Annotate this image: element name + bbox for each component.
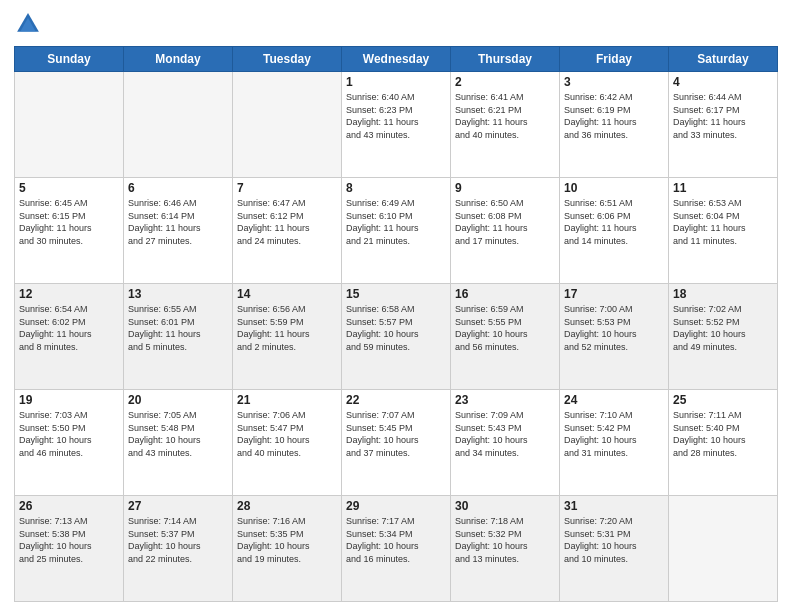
- calendar-cell: [669, 496, 778, 602]
- calendar-cell: 31Sunrise: 7:20 AM Sunset: 5:31 PM Dayli…: [560, 496, 669, 602]
- calendar-cell: 18Sunrise: 7:02 AM Sunset: 5:52 PM Dayli…: [669, 284, 778, 390]
- page-container: SundayMondayTuesdayWednesdayThursdayFrid…: [0, 0, 792, 612]
- day-number: 22: [346, 393, 446, 407]
- day-info: Sunrise: 6:53 AM Sunset: 6:04 PM Dayligh…: [673, 197, 773, 247]
- day-number: 6: [128, 181, 228, 195]
- day-info: Sunrise: 6:42 AM Sunset: 6:19 PM Dayligh…: [564, 91, 664, 141]
- day-info: Sunrise: 7:00 AM Sunset: 5:53 PM Dayligh…: [564, 303, 664, 353]
- day-number: 25: [673, 393, 773, 407]
- day-info: Sunrise: 7:06 AM Sunset: 5:47 PM Dayligh…: [237, 409, 337, 459]
- day-info: Sunrise: 7:09 AM Sunset: 5:43 PM Dayligh…: [455, 409, 555, 459]
- calendar-cell: [233, 72, 342, 178]
- day-number: 14: [237, 287, 337, 301]
- day-info: Sunrise: 6:45 AM Sunset: 6:15 PM Dayligh…: [19, 197, 119, 247]
- week-row-1: 1Sunrise: 6:40 AM Sunset: 6:23 PM Daylig…: [15, 72, 778, 178]
- calendar-cell: 19Sunrise: 7:03 AM Sunset: 5:50 PM Dayli…: [15, 390, 124, 496]
- day-info: Sunrise: 7:11 AM Sunset: 5:40 PM Dayligh…: [673, 409, 773, 459]
- calendar-cell: 12Sunrise: 6:54 AM Sunset: 6:02 PM Dayli…: [15, 284, 124, 390]
- day-number: 23: [455, 393, 555, 407]
- day-number: 9: [455, 181, 555, 195]
- calendar-cell: 7Sunrise: 6:47 AM Sunset: 6:12 PM Daylig…: [233, 178, 342, 284]
- day-number: 19: [19, 393, 119, 407]
- weekday-friday: Friday: [560, 47, 669, 72]
- calendar-cell: 28Sunrise: 7:16 AM Sunset: 5:35 PM Dayli…: [233, 496, 342, 602]
- calendar-cell: 13Sunrise: 6:55 AM Sunset: 6:01 PM Dayli…: [124, 284, 233, 390]
- calendar-cell: 6Sunrise: 6:46 AM Sunset: 6:14 PM Daylig…: [124, 178, 233, 284]
- day-info: Sunrise: 7:17 AM Sunset: 5:34 PM Dayligh…: [346, 515, 446, 565]
- day-number: 5: [19, 181, 119, 195]
- day-number: 13: [128, 287, 228, 301]
- weekday-monday: Monday: [124, 47, 233, 72]
- week-row-5: 26Sunrise: 7:13 AM Sunset: 5:38 PM Dayli…: [15, 496, 778, 602]
- calendar-cell: 10Sunrise: 6:51 AM Sunset: 6:06 PM Dayli…: [560, 178, 669, 284]
- day-number: 3: [564, 75, 664, 89]
- day-info: Sunrise: 6:49 AM Sunset: 6:10 PM Dayligh…: [346, 197, 446, 247]
- weekday-thursday: Thursday: [451, 47, 560, 72]
- day-info: Sunrise: 6:58 AM Sunset: 5:57 PM Dayligh…: [346, 303, 446, 353]
- weekday-tuesday: Tuesday: [233, 47, 342, 72]
- day-info: Sunrise: 7:07 AM Sunset: 5:45 PM Dayligh…: [346, 409, 446, 459]
- day-info: Sunrise: 7:10 AM Sunset: 5:42 PM Dayligh…: [564, 409, 664, 459]
- day-number: 4: [673, 75, 773, 89]
- day-info: Sunrise: 7:14 AM Sunset: 5:37 PM Dayligh…: [128, 515, 228, 565]
- calendar-cell: 21Sunrise: 7:06 AM Sunset: 5:47 PM Dayli…: [233, 390, 342, 496]
- day-number: 11: [673, 181, 773, 195]
- calendar-header: SundayMondayTuesdayWednesdayThursdayFrid…: [15, 47, 778, 72]
- calendar-cell: 30Sunrise: 7:18 AM Sunset: 5:32 PM Dayli…: [451, 496, 560, 602]
- day-info: Sunrise: 6:46 AM Sunset: 6:14 PM Dayligh…: [128, 197, 228, 247]
- day-info: Sunrise: 6:47 AM Sunset: 6:12 PM Dayligh…: [237, 197, 337, 247]
- calendar-cell: 22Sunrise: 7:07 AM Sunset: 5:45 PM Dayli…: [342, 390, 451, 496]
- calendar-cell: 20Sunrise: 7:05 AM Sunset: 5:48 PM Dayli…: [124, 390, 233, 496]
- day-info: Sunrise: 6:54 AM Sunset: 6:02 PM Dayligh…: [19, 303, 119, 353]
- week-row-3: 12Sunrise: 6:54 AM Sunset: 6:02 PM Dayli…: [15, 284, 778, 390]
- day-number: 17: [564, 287, 664, 301]
- day-number: 1: [346, 75, 446, 89]
- day-number: 10: [564, 181, 664, 195]
- day-number: 24: [564, 393, 664, 407]
- day-number: 27: [128, 499, 228, 513]
- weekday-header-row: SundayMondayTuesdayWednesdayThursdayFrid…: [15, 47, 778, 72]
- day-number: 31: [564, 499, 664, 513]
- calendar-cell: 2Sunrise: 6:41 AM Sunset: 6:21 PM Daylig…: [451, 72, 560, 178]
- calendar-cell: 26Sunrise: 7:13 AM Sunset: 5:38 PM Dayli…: [15, 496, 124, 602]
- day-number: 18: [673, 287, 773, 301]
- day-info: Sunrise: 6:50 AM Sunset: 6:08 PM Dayligh…: [455, 197, 555, 247]
- day-number: 20: [128, 393, 228, 407]
- day-number: 2: [455, 75, 555, 89]
- day-info: Sunrise: 7:02 AM Sunset: 5:52 PM Dayligh…: [673, 303, 773, 353]
- calendar-cell: 29Sunrise: 7:17 AM Sunset: 5:34 PM Dayli…: [342, 496, 451, 602]
- calendar-cell: 3Sunrise: 6:42 AM Sunset: 6:19 PM Daylig…: [560, 72, 669, 178]
- day-info: Sunrise: 6:51 AM Sunset: 6:06 PM Dayligh…: [564, 197, 664, 247]
- day-number: 15: [346, 287, 446, 301]
- day-number: 30: [455, 499, 555, 513]
- calendar-body: 1Sunrise: 6:40 AM Sunset: 6:23 PM Daylig…: [15, 72, 778, 602]
- calendar-cell: 11Sunrise: 6:53 AM Sunset: 6:04 PM Dayli…: [669, 178, 778, 284]
- calendar-cell: 27Sunrise: 7:14 AM Sunset: 5:37 PM Dayli…: [124, 496, 233, 602]
- day-number: 16: [455, 287, 555, 301]
- day-info: Sunrise: 7:16 AM Sunset: 5:35 PM Dayligh…: [237, 515, 337, 565]
- calendar-cell: 25Sunrise: 7:11 AM Sunset: 5:40 PM Dayli…: [669, 390, 778, 496]
- calendar-cell: [15, 72, 124, 178]
- day-number: 28: [237, 499, 337, 513]
- weekday-wednesday: Wednesday: [342, 47, 451, 72]
- day-number: 7: [237, 181, 337, 195]
- logo: [14, 10, 46, 38]
- day-info: Sunrise: 6:41 AM Sunset: 6:21 PM Dayligh…: [455, 91, 555, 141]
- weekday-sunday: Sunday: [15, 47, 124, 72]
- calendar-cell: 8Sunrise: 6:49 AM Sunset: 6:10 PM Daylig…: [342, 178, 451, 284]
- weekday-saturday: Saturday: [669, 47, 778, 72]
- day-info: Sunrise: 6:40 AM Sunset: 6:23 PM Dayligh…: [346, 91, 446, 141]
- calendar-cell: 15Sunrise: 6:58 AM Sunset: 5:57 PM Dayli…: [342, 284, 451, 390]
- day-info: Sunrise: 6:56 AM Sunset: 5:59 PM Dayligh…: [237, 303, 337, 353]
- day-number: 29: [346, 499, 446, 513]
- week-row-4: 19Sunrise: 7:03 AM Sunset: 5:50 PM Dayli…: [15, 390, 778, 496]
- day-info: Sunrise: 7:05 AM Sunset: 5:48 PM Dayligh…: [128, 409, 228, 459]
- calendar-cell: [124, 72, 233, 178]
- day-number: 12: [19, 287, 119, 301]
- calendar-cell: 4Sunrise: 6:44 AM Sunset: 6:17 PM Daylig…: [669, 72, 778, 178]
- calendar-cell: 24Sunrise: 7:10 AM Sunset: 5:42 PM Dayli…: [560, 390, 669, 496]
- day-number: 8: [346, 181, 446, 195]
- week-row-2: 5Sunrise: 6:45 AM Sunset: 6:15 PM Daylig…: [15, 178, 778, 284]
- calendar-cell: 1Sunrise: 6:40 AM Sunset: 6:23 PM Daylig…: [342, 72, 451, 178]
- day-info: Sunrise: 7:18 AM Sunset: 5:32 PM Dayligh…: [455, 515, 555, 565]
